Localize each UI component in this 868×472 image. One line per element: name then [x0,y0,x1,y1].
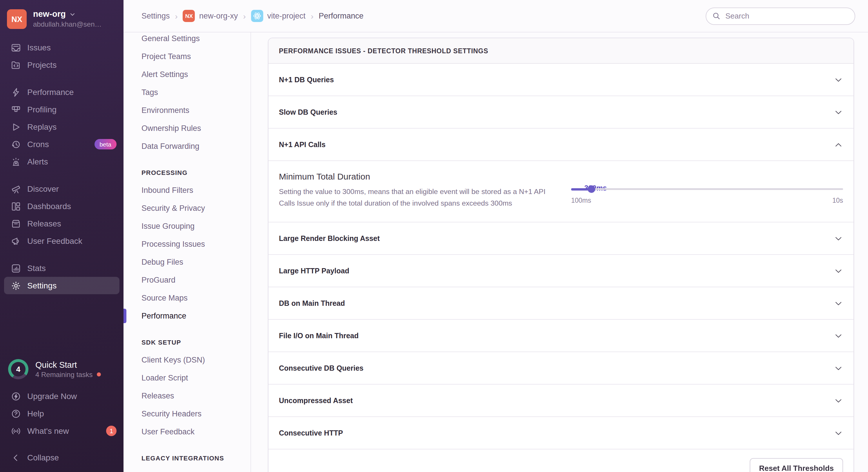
breadcrumb-project[interactable]: vite-project [251,10,306,22]
chevron-up-icon [834,140,843,149]
accordion-row-n1-api-calls[interactable]: N+1 API Calls [269,128,854,161]
app-window: NX new-org abdullah.khan@sen… Issues Pro… [0,0,868,472]
settings-nav-security-privacy[interactable]: Security & Privacy [142,199,250,217]
accordion-row-consecutive-db-queries[interactable]: Consecutive DB Queries [269,351,854,384]
accordion-row-large-render-blocking-asset[interactable]: Large Render Blocking Asset [269,222,854,254]
org-switcher[interactable]: NX new-org abdullah.khan@sen… [0,0,124,29]
bar-chart-icon [11,263,21,273]
siren-icon [11,157,21,167]
accordion-row-uncompressed-asset[interactable]: Uncompressed Asset [269,384,854,416]
sidebar-item-help[interactable]: Help [0,405,124,422]
sidebar-item-crons[interactable]: Crons beta [0,136,124,153]
settings-nav-performance[interactable]: Performance [142,307,250,325]
quick-start-count: 4 [8,359,28,379]
n1-api-calls-detail: Minimum Total Duration Setting the value… [269,161,854,222]
settings-nav-source-maps[interactable]: Source Maps [142,289,250,307]
top-bar: Settings › NX new-org-xy › [124,0,868,32]
profiling-icon [11,105,21,114]
settings-nav-debug-files[interactable]: Debug Files [142,253,250,271]
slider-min-label: 100ms [571,197,591,204]
settings-nav-proguard[interactable]: ProGuard [142,271,250,289]
settings-nav-security-headers[interactable]: Security Headers [142,405,250,423]
settings-nav-legacy-integrations[interactable]: Legacy Integrations [142,467,250,472]
settings-nav-processing-issues[interactable]: Processing Issues [142,235,250,253]
breadcrumb-settings[interactable]: Settings [142,11,170,20]
settings-nav-issue-grouping[interactable]: Issue Grouping [142,217,250,235]
reset-all-thresholds-button[interactable]: Reset All Thresholds [750,458,843,472]
quick-start[interactable]: 4 Quick Start 4 Remaining tasks [0,353,124,387]
sidebar-item-performance[interactable]: Performance [0,83,124,101]
sidebar-item-issues[interactable]: Issues [0,39,124,56]
primary-nav: Issues Projects Performance Profiling Re… [0,29,124,294]
breadcrumb-organization[interactable]: NX new-org-xy [183,10,238,22]
org-chip: NX [183,10,195,22]
org-avatar: NX [7,9,27,29]
slider-max-label: 10s [832,197,843,204]
sidebar-item-releases[interactable]: Releases [0,215,124,232]
settings-nav-general-settings[interactable]: General Settings [142,32,250,47]
projects-icon [11,60,21,70]
accordion-row-large-http-payload[interactable]: Large HTTP Payload [269,254,854,287]
search-icon [712,11,721,20]
sidebar-item-dashboards[interactable]: Dashboards [0,198,124,215]
settings-nav-project-teams[interactable]: Project Teams [142,47,250,65]
sidebar-item-profiling[interactable]: Profiling [0,101,124,118]
chevron-down-icon [834,107,843,117]
beta-badge: beta [94,139,117,149]
sidebar-item-projects[interactable]: Projects [0,56,124,73]
accordion-row-consecutive-http[interactable]: Consecutive HTTP [269,416,854,449]
broadcast-icon [11,426,21,436]
settings-nav: General Settings Project Teams Alert Set… [124,32,251,472]
chevron-down-icon [834,331,843,340]
breadcrumb-separator: › [175,11,178,21]
sidebar-item-alerts[interactable]: Alerts [0,153,124,170]
settings-nav-tags[interactable]: Tags [142,83,250,101]
settings-nav-alert-settings[interactable]: Alert Settings [142,65,250,83]
panel-title: PERFORMANCE ISSUES - DETECTOR THRESHOLD … [269,38,854,64]
settings-nav-loader-script[interactable]: Loader Script [142,369,250,387]
breadcrumb-separator: › [311,11,313,21]
quick-start-progress-ring: 4 [8,359,28,379]
clock-icon [11,139,21,149]
chevron-down-icon [69,11,76,18]
settings-nav-inbound-filters[interactable]: Inbound Filters [142,181,250,199]
settings-nav-data-forwarding[interactable]: Data Forwarding [142,137,250,155]
settings-nav-ownership-rules[interactable]: Ownership Rules [142,119,250,137]
slider-track[interactable] [571,185,843,193]
settings-nav-section-processing: PROCESSING [142,164,250,181]
whats-new-badge: 1 [106,426,117,436]
chevron-left-icon [11,452,21,463]
sidebar-item-discover[interactable]: Discover [0,180,124,198]
main-content: PERFORMANCE ISSUES - DETECTOR THRESHOLD … [251,32,868,472]
chevron-down-icon [834,75,843,84]
accordion-row-file-io-on-main-thread[interactable]: File I/O on Main Thread [269,319,854,351]
chevron-down-icon [834,396,843,405]
settings-nav-releases[interactable]: Releases [142,387,250,405]
search-input[interactable] [706,7,855,25]
sidebar-item-stats[interactable]: Stats [0,260,124,277]
threshold-settings-panel: PERFORMANCE ISSUES - DETECTOR THRESHOLD … [268,38,854,472]
chevron-down-icon [834,299,843,308]
settings-nav-client-keys[interactable]: Client Keys (DSN) [142,351,250,369]
settings-nav-environments[interactable]: Environments [142,101,250,119]
chevron-down-icon [834,266,843,275]
quick-start-title: Quick Start [35,360,101,369]
accordion-row-db-on-main-thread[interactable]: DB on Main Thread [269,287,854,319]
breadcrumb-separator: › [243,11,246,21]
issues-icon [11,42,21,53]
sidebar-item-whats-new[interactable]: What's new 1 [0,422,124,440]
slider-thumb[interactable] [588,185,595,193]
settings-nav-user-feedback[interactable]: User Feedback [142,423,250,441]
sidebar-item-settings[interactable]: Settings [4,277,119,294]
question-icon [11,409,21,418]
accordion-row-n1-db-queries[interactable]: N+1 DB Queries [269,64,854,96]
duration-slider: 300ms 100ms 10s [571,185,843,204]
sidebar-item-user-feedback[interactable]: User Feedback [0,232,124,249]
org-name: new-org [33,9,66,20]
sidebar-item-replays[interactable]: Replays [0,118,124,136]
panel-footer: Reset All Thresholds [269,449,854,472]
sidebar-collapse-button[interactable]: Collapse [0,449,124,466]
sidebar-item-upgrade-now[interactable]: Upgrade Now [0,387,124,405]
accordion-row-slow-db-queries[interactable]: Slow DB Queries [269,96,854,128]
search-box [706,7,855,25]
